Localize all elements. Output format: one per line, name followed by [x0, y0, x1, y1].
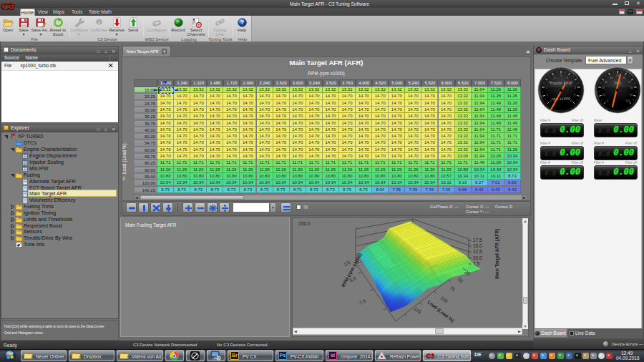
svg-text:Engine RPM: Engine RPM: [550, 81, 572, 85]
svg-text:rpm x1000: rpm x1000: [552, 97, 570, 101]
svg-text:9: 9: [574, 94, 575, 97]
svg-text:1: 1: [547, 94, 548, 97]
svg-text:90: 90: [630, 94, 633, 97]
svg-text:0: 0: [607, 99, 608, 102]
svg-text:100: 100: [625, 99, 630, 102]
svg-text:10: 10: [602, 94, 605, 97]
